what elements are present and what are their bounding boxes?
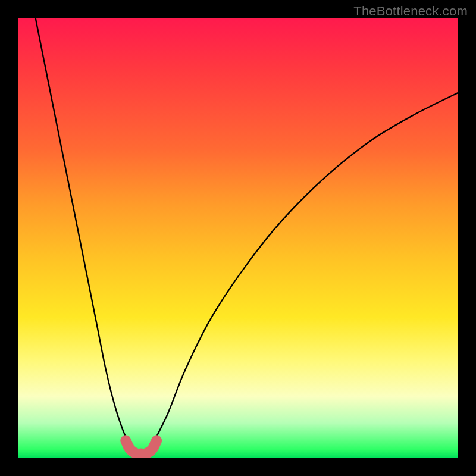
right-branch-curve [152, 93, 458, 445]
left-branch-curve [36, 18, 130, 445]
plot-area [18, 18, 458, 458]
attribution-watermark: TheBottleneck.com [353, 4, 468, 19]
valley-highlight-curve [126, 440, 156, 454]
chart-svg [18, 18, 458, 458]
chart-frame: TheBottleneck.com [0, 0, 476, 476]
